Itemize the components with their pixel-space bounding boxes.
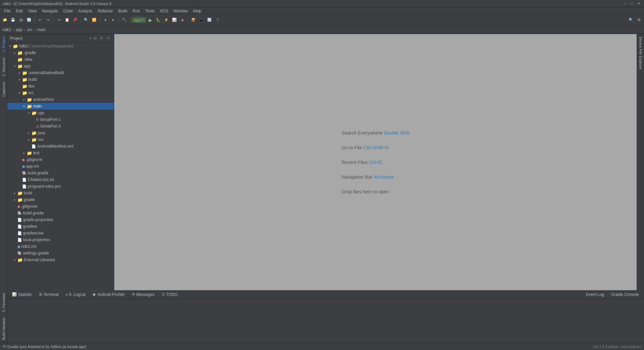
- maximize-button[interactable]: □: [629, 1, 635, 6]
- tree-item-externalNativeBuild[interactable]: ▸📁.externalNativeBuild: [7, 69, 114, 76]
- panel-collapse-btn[interactable]: ⊟: [92, 35, 98, 41]
- bottom-left-tab-build-variants[interactable]: Build Variants: [1, 315, 7, 343]
- tree-item-serialport-c[interactable]: ©SerialPort.c: [7, 116, 114, 123]
- sidebar-tab-structure[interactable]: 2: Structure: [1, 55, 7, 79]
- menu-help[interactable]: Help: [190, 8, 204, 14]
- toolbar-undo-btn[interactable]: ↩: [36, 16, 44, 24]
- tree-item-res-folder[interactable]: ▸📁res: [7, 136, 114, 143]
- toolbar-paste-btn[interactable]: 📌: [71, 16, 79, 24]
- tree-item-androidmanifest[interactable]: 📄AndroidManifest.xml: [7, 143, 114, 150]
- menu-code[interactable]: Code: [60, 8, 75, 14]
- close-button[interactable]: ✕: [636, 1, 641, 6]
- sidebar-tab-captures[interactable]: Captures: [1, 79, 7, 100]
- tree-item-build-root[interactable]: ▸📁build: [7, 190, 114, 196]
- tree-item-gradle-folder[interactable]: ▸📁.gradle: [7, 49, 114, 56]
- panel-settings-btn[interactable]: ⚙: [99, 35, 105, 41]
- avd-manager-btn[interactable]: 📱: [198, 16, 205, 24]
- stop-button[interactable]: ■: [179, 16, 186, 24]
- debug-button[interactable]: 🐛: [155, 16, 162, 24]
- menu-build[interactable]: Build: [116, 8, 130, 14]
- sdk-manager-btn[interactable]: 📦: [190, 16, 197, 24]
- toolbar-redo-btn[interactable]: ↪: [44, 16, 52, 24]
- menu-analyze[interactable]: Analyze: [75, 8, 95, 14]
- tree-item-libs-folder[interactable]: 📁libs: [7, 83, 114, 90]
- toolbar-cut-btn[interactable]: ✂: [55, 16, 63, 24]
- toolbar-sync-btn[interactable]: 🔄: [25, 16, 33, 24]
- coverage-button[interactable]: ⚡: [163, 16, 170, 24]
- tree-item-gitignore-app[interactable]: ◆.gitignore: [7, 156, 114, 163]
- menu-refactor[interactable]: Refactor: [95, 8, 116, 14]
- tree-item-cmakelists[interactable]: 📄CMakeLists.txt: [7, 176, 114, 183]
- menu-navigate[interactable]: Navigate: [39, 8, 60, 14]
- bottom-tab-todo[interactable]: ☑ TODO: [158, 291, 181, 298]
- editor-area[interactable]: Search Everywhere Double Shift Go to Fil…: [114, 34, 637, 290]
- sidebar-tab-project[interactable]: 1: Project: [1, 34, 7, 55]
- menu-vcs[interactable]: VCS: [157, 8, 171, 14]
- tree-item-app-iml[interactable]: ◼app.iml: [7, 163, 114, 170]
- tree-item-build-gradle-app[interactable]: 🐘build.gradle: [7, 170, 114, 176]
- tree-label-gitignore-root: .gitignore: [21, 204, 37, 209]
- toolbar-open-btn[interactable]: 📁: [1, 16, 9, 24]
- toolbar-back-btn[interactable]: ◂: [102, 16, 109, 24]
- menu-window[interactable]: Window: [171, 8, 190, 14]
- settings-btn[interactable]: ⚙: [635, 16, 643, 24]
- toolbar-copy-btn[interactable]: 📋: [63, 16, 71, 24]
- tree-item-java-folder[interactable]: ▸📁java: [7, 130, 114, 136]
- menu-file[interactable]: File: [1, 8, 13, 14]
- menu-view[interactable]: View: [25, 8, 39, 14]
- tree-item-androidTest-folder[interactable]: ▸📁androidTest: [7, 96, 114, 103]
- bottom-tab-terminal[interactable]: ⊞ Terminal: [36, 291, 62, 298]
- tree-item-cpp-folder[interactable]: ▾📁cpp: [7, 110, 114, 116]
- tree-item-gradlew-bat[interactable]: 📄gradlew.bat: [7, 230, 114, 236]
- tree-item-settings-gradle[interactable]: 🐘settings.gradle: [7, 250, 114, 256]
- tree-item-build-folder[interactable]: ▸📁build: [7, 76, 114, 83]
- bottom-tab-statistic[interactable]: 📊 Statistic: [9, 291, 36, 298]
- bottom-tab-profiler[interactable]: ◉ Android Profiler: [89, 291, 129, 298]
- nav-crumb-src[interactable]: src: [26, 27, 33, 32]
- search-everywhere-btn[interactable]: 🔍: [627, 16, 635, 24]
- minimize-button[interactable]: ─: [623, 1, 628, 6]
- run-button[interactable]: ▶: [147, 16, 154, 24]
- menu-tools[interactable]: Tools: [143, 8, 157, 14]
- tree-item-idea-folder[interactable]: 📁.idea: [7, 56, 114, 63]
- nav-crumb-app[interactable]: app: [15, 27, 23, 32]
- tree-item-gitignore-root[interactable]: ◆.gitignore: [7, 203, 114, 210]
- panel-close-btn[interactable]: ✕: [105, 35, 111, 41]
- sync-project-btn[interactable]: 🔃: [206, 16, 213, 24]
- run-config-selector[interactable]: app ▾: [132, 17, 146, 23]
- tree-item-serialport-h[interactable]: ◻SerialPort.h: [7, 123, 114, 130]
- menu-edit[interactable]: Edit: [13, 8, 25, 14]
- tree-item-src-folder[interactable]: ▾📁src: [7, 90, 114, 96]
- tree-item-ndk2-iml[interactable]: ◼ndk2.iml: [7, 243, 114, 250]
- tree-item-main-folder[interactable]: ▾📁main: [7, 103, 114, 110]
- nav-crumb-main[interactable]: main: [36, 27, 47, 32]
- tree-item-local-properties[interactable]: 📄local.properties: [7, 236, 114, 243]
- gradle-console-btn[interactable]: Gradle Console: [608, 291, 643, 298]
- tree-item-external-libraries[interactable]: ▸📁External Libraries: [7, 256, 114, 263]
- nav-crumb-ndk2[interactable]: ndk2: [1, 27, 12, 32]
- project-dropdown-arrow[interactable]: ▾: [90, 36, 91, 40]
- tree-item-test-folder[interactable]: ▸📁test: [7, 150, 114, 156]
- event-log-btn[interactable]: Event Log: [583, 291, 608, 298]
- tree-item-ndk2-root[interactable]: ▾📁ndk2 C:\Users\King\Desktop\ndk2: [7, 43, 114, 49]
- bottom-left-tab-favorites[interactable]: 2: Favorites: [1, 290, 7, 315]
- tree-item-gradle-root[interactable]: ▸📁gradle: [7, 196, 114, 203]
- toolbar-save-btn[interactable]: 💾: [9, 16, 17, 24]
- toolbar-find-btn[interactable]: 🔍: [83, 16, 90, 24]
- toolbar-save-all-btn[interactable]: 🖫: [17, 16, 25, 24]
- bottom-tab-logcat[interactable]: ≡ 6: Logcat: [62, 291, 89, 298]
- profile-button[interactable]: 📊: [171, 16, 178, 24]
- help-btn[interactable]: ?: [214, 16, 221, 24]
- tree-item-gradle-properties[interactable]: 📄gradle.properties: [7, 216, 114, 223]
- toolbar-build-btn[interactable]: 🔨: [121, 16, 128, 24]
- tree-item-build-gradle-root[interactable]: 🐘build.gradle: [7, 210, 114, 216]
- tree-icon-app-iml: ◼: [22, 164, 25, 169]
- toolbar-replace-btn[interactable]: 🔁: [91, 16, 98, 24]
- tree-item-app-folder[interactable]: ▾📁app: [7, 63, 114, 69]
- right-tab-device-explorer[interactable]: Device File Explorer: [638, 34, 644, 72]
- toolbar-forward-btn[interactable]: ▸: [110, 16, 117, 24]
- tree-item-proguard[interactable]: 📄proguard-rules.pro: [7, 183, 114, 190]
- menu-run[interactable]: Run: [130, 8, 143, 14]
- bottom-tab-messages[interactable]: ✉ Messages: [129, 291, 158, 298]
- tree-item-gradlew[interactable]: 📄gradlew: [7, 223, 114, 230]
